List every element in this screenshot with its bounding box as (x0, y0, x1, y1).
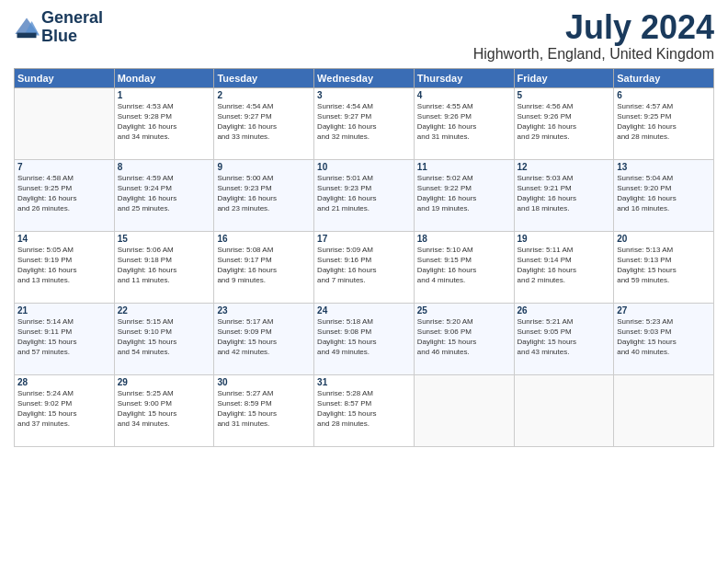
calendar-cell: 13Sunrise: 5:04 AM Sunset: 9:20 PM Dayli… (614, 159, 714, 231)
day-info: Sunrise: 4:54 AM Sunset: 9:27 PM Dayligh… (217, 101, 311, 143)
day-info: Sunrise: 5:17 AM Sunset: 9:09 PM Dayligh… (217, 316, 311, 358)
calendar-cell: 14Sunrise: 5:05 AM Sunset: 9:19 PM Dayli… (15, 231, 115, 303)
calendar-cell: 25Sunrise: 5:20 AM Sunset: 9:06 PM Dayli… (414, 303, 514, 374)
calendar-cell: 17Sunrise: 5:09 AM Sunset: 9:16 PM Dayli… (314, 231, 415, 303)
day-info: Sunrise: 5:15 AM Sunset: 9:10 PM Dayligh… (118, 316, 211, 358)
calendar-cell: 26Sunrise: 5:21 AM Sunset: 9:05 PM Dayli… (514, 303, 614, 374)
calendar-cell: 2Sunrise: 4:54 AM Sunset: 9:27 PM Daylig… (214, 87, 314, 159)
day-info: Sunrise: 5:00 AM Sunset: 9:23 PM Dayligh… (217, 173, 311, 214)
calendar-cell: 9Sunrise: 5:00 AM Sunset: 9:23 PM Daylig… (214, 159, 314, 231)
calendar-cell: 23Sunrise: 5:17 AM Sunset: 9:09 PM Dayli… (214, 303, 314, 374)
calendar-cell: 6Sunrise: 4:57 AM Sunset: 9:25 PM Daylig… (614, 87, 714, 159)
day-info: Sunrise: 5:20 AM Sunset: 9:06 PM Dayligh… (417, 316, 511, 358)
day-number: 27 (617, 305, 711, 316)
calendar-cell (15, 87, 115, 159)
day-info: Sunrise: 5:25 AM Sunset: 9:00 PM Dayligh… (118, 388, 211, 430)
weekday-header: Sunday (15, 68, 115, 87)
calendar-cell (514, 374, 614, 446)
day-number: 30 (217, 377, 311, 387)
day-number: 10 (317, 162, 411, 172)
day-info: Sunrise: 4:56 AM Sunset: 9:26 PM Dayligh… (518, 101, 611, 143)
day-info: Sunrise: 5:02 AM Sunset: 9:22 PM Dayligh… (417, 173, 511, 214)
day-number: 14 (17, 234, 111, 244)
day-number: 29 (118, 377, 211, 387)
calendar-cell: 20Sunrise: 5:13 AM Sunset: 9:13 PM Dayli… (614, 231, 714, 303)
day-number: 21 (17, 305, 111, 316)
day-number: 1 (118, 90, 211, 100)
day-number: 23 (217, 305, 311, 316)
day-info: Sunrise: 5:08 AM Sunset: 9:17 PM Dayligh… (217, 245, 311, 286)
day-info: Sunrise: 5:28 AM Sunset: 8:57 PM Dayligh… (317, 388, 411, 430)
day-number: 4 (417, 90, 511, 100)
day-number: 26 (518, 305, 611, 316)
calendar-cell (414, 374, 514, 446)
weekday-header: Saturday (614, 68, 714, 87)
calendar-week-row: 21Sunrise: 5:14 AM Sunset: 9:11 PM Dayli… (15, 303, 714, 374)
svg-rect-3 (17, 32, 37, 38)
calendar-cell: 18Sunrise: 5:10 AM Sunset: 9:15 PM Dayli… (414, 231, 514, 303)
day-number: 19 (518, 234, 611, 244)
day-number: 2 (217, 90, 311, 100)
logo: General Blue (14, 9, 103, 46)
calendar-cell: 15Sunrise: 5:06 AM Sunset: 9:18 PM Dayli… (114, 231, 214, 303)
day-info: Sunrise: 5:10 AM Sunset: 9:15 PM Dayligh… (417, 245, 511, 286)
day-number: 7 (17, 162, 111, 172)
day-number: 22 (118, 305, 211, 316)
calendar-cell: 16Sunrise: 5:08 AM Sunset: 9:17 PM Dayli… (214, 231, 314, 303)
day-number: 31 (317, 377, 411, 387)
day-number: 17 (317, 234, 411, 244)
calendar-cell: 28Sunrise: 5:24 AM Sunset: 9:02 PM Dayli… (15, 374, 115, 446)
weekday-header: Thursday (414, 68, 514, 87)
calendar-cell: 21Sunrise: 5:14 AM Sunset: 9:11 PM Dayli… (15, 303, 115, 374)
day-info: Sunrise: 5:09 AM Sunset: 9:16 PM Dayligh… (317, 245, 411, 286)
day-number: 5 (518, 90, 611, 100)
page-header: General Blue July 2024 Highworth, Englan… (14, 9, 714, 63)
weekday-header: Monday (114, 68, 214, 87)
calendar-week-row: 28Sunrise: 5:24 AM Sunset: 9:02 PM Dayli… (15, 374, 714, 446)
calendar-cell: 1Sunrise: 4:53 AM Sunset: 9:28 PM Daylig… (114, 87, 214, 159)
day-info: Sunrise: 4:57 AM Sunset: 9:25 PM Dayligh… (617, 101, 711, 143)
day-info: Sunrise: 5:23 AM Sunset: 9:03 PM Dayligh… (617, 316, 711, 358)
calendar-cell: 8Sunrise: 4:59 AM Sunset: 9:24 PM Daylig… (114, 159, 214, 231)
weekday-header: Tuesday (214, 68, 314, 87)
day-info: Sunrise: 5:13 AM Sunset: 9:13 PM Dayligh… (617, 245, 711, 286)
day-number: 25 (417, 305, 511, 316)
calendar-cell: 29Sunrise: 5:25 AM Sunset: 9:00 PM Dayli… (114, 374, 214, 446)
calendar-cell: 7Sunrise: 4:58 AM Sunset: 9:25 PM Daylig… (15, 159, 115, 231)
calendar-cell: 30Sunrise: 5:27 AM Sunset: 8:59 PM Dayli… (214, 374, 314, 446)
calendar-week-row: 14Sunrise: 5:05 AM Sunset: 9:19 PM Dayli… (15, 231, 714, 303)
calendar-cell: 22Sunrise: 5:15 AM Sunset: 9:10 PM Dayli… (114, 303, 214, 374)
header-row: SundayMondayTuesdayWednesdayThursdayFrid… (15, 68, 714, 87)
day-number: 24 (317, 305, 411, 316)
calendar-cell: 12Sunrise: 5:03 AM Sunset: 9:21 PM Dayli… (514, 159, 614, 231)
day-number: 3 (317, 90, 411, 100)
day-number: 16 (217, 234, 311, 244)
logo-icon (14, 15, 40, 40)
day-number: 15 (118, 234, 211, 244)
day-info: Sunrise: 5:06 AM Sunset: 9:18 PM Dayligh… (118, 245, 211, 286)
calendar-cell: 3Sunrise: 4:54 AM Sunset: 9:27 PM Daylig… (314, 87, 415, 159)
day-number: 20 (617, 234, 711, 244)
calendar-cell (614, 374, 714, 446)
day-info: Sunrise: 5:01 AM Sunset: 9:23 PM Dayligh… (317, 173, 411, 214)
weekday-header: Friday (514, 68, 614, 87)
day-number: 12 (518, 162, 611, 172)
day-number: 11 (417, 162, 511, 172)
day-info: Sunrise: 5:14 AM Sunset: 9:11 PM Dayligh… (17, 316, 111, 358)
location: Highworth, England, United Kingdom (473, 46, 714, 63)
calendar-cell: 31Sunrise: 5:28 AM Sunset: 8:57 PM Dayli… (314, 374, 415, 446)
weekday-header: Wednesday (314, 68, 415, 87)
day-info: Sunrise: 5:03 AM Sunset: 9:21 PM Dayligh… (518, 173, 611, 214)
calendar-week-row: 1Sunrise: 4:53 AM Sunset: 9:28 PM Daylig… (15, 87, 714, 159)
day-number: 13 (617, 162, 711, 172)
calendar-cell: 27Sunrise: 5:23 AM Sunset: 9:03 PM Dayli… (614, 303, 714, 374)
title-section: July 2024 Highworth, England, United Kin… (473, 9, 714, 63)
calendar-week-row: 7Sunrise: 4:58 AM Sunset: 9:25 PM Daylig… (15, 159, 714, 231)
day-info: Sunrise: 4:58 AM Sunset: 9:25 PM Dayligh… (17, 173, 111, 214)
day-number: 28 (17, 377, 111, 387)
day-info: Sunrise: 5:18 AM Sunset: 9:08 PM Dayligh… (317, 316, 411, 358)
day-info: Sunrise: 5:21 AM Sunset: 9:05 PM Dayligh… (518, 316, 611, 358)
day-number: 18 (417, 234, 511, 244)
day-info: Sunrise: 5:27 AM Sunset: 8:59 PM Dayligh… (217, 388, 311, 430)
calendar-cell: 4Sunrise: 4:55 AM Sunset: 9:26 PM Daylig… (414, 87, 514, 159)
